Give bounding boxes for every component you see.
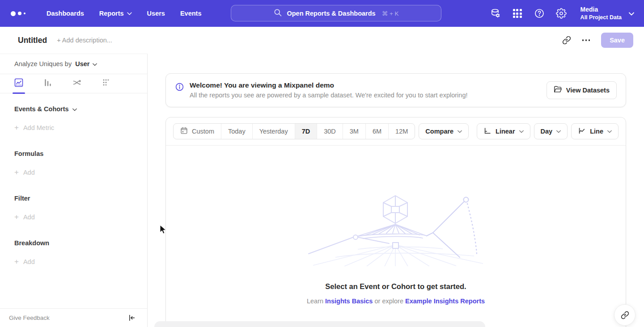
nav-events[interactable]: Events: [180, 10, 202, 17]
share-link-fab[interactable]: [614, 304, 636, 326]
range-custom[interactable]: Custom: [174, 124, 221, 139]
next-section-peek: [154, 321, 485, 327]
sidebar-footer: Give Feedback: [0, 308, 147, 327]
range-yesterday[interactable]: Yesterday: [252, 124, 295, 139]
save-button[interactable]: Save: [601, 33, 633, 48]
analyze-label: Analyze Uniques by: [14, 60, 72, 67]
tab-insights[interactable]: [14, 74, 23, 93]
topnav-right: Media All Project Data: [490, 0, 634, 27]
empty-state-subtitle: Learn Insights Basics or explore Example…: [307, 298, 485, 305]
range-12m[interactable]: 12M: [388, 124, 415, 139]
breakdown-header: Breakdown: [14, 239, 133, 247]
analyze-row: Analyze Uniques by User: [0, 54, 147, 74]
scale-dropdown[interactable]: Linear: [477, 123, 530, 139]
linear-axis-icon: [483, 127, 491, 136]
data-catalog-icon[interactable]: [490, 8, 501, 19]
search-placeholder: Open Reports & Dashboards: [287, 10, 375, 17]
chart-type-dropdown[interactable]: Line: [571, 123, 619, 139]
range-30d[interactable]: 30D: [317, 124, 343, 139]
compare-dropdown[interactable]: Compare: [419, 123, 469, 139]
add-metric-button[interactable]: + Add Metric: [14, 124, 133, 131]
search-shortcut: ⌘ + K: [382, 10, 399, 17]
project-name: Media: [580, 5, 622, 14]
search-icon: [273, 8, 282, 19]
primary-nav: Dashboards Reports Users Events: [47, 10, 201, 17]
empty-state-illustration: [295, 190, 496, 266]
example-insights-reports-link[interactable]: Example Insights Reports: [405, 298, 485, 305]
tab-retention[interactable]: [102, 74, 110, 93]
collapse-sidebar-icon[interactable]: [128, 314, 136, 322]
copy-link-icon[interactable]: [562, 36, 571, 45]
apps-grid-icon[interactable]: [512, 8, 523, 19]
project-selector[interactable]: Media All Project Data: [580, 5, 634, 21]
settings-gear-icon[interactable]: [556, 8, 567, 19]
insights-basics-link[interactable]: Insights Basics: [325, 298, 373, 305]
banner-subtitle: All the reports you see are powered by a…: [190, 92, 468, 99]
report-title[interactable]: Untitled: [18, 36, 47, 45]
nav-reports[interactable]: Reports: [99, 10, 132, 17]
insights-line-chart-icon: [14, 78, 23, 89]
add-filter-button[interactable]: + Add: [14, 213, 133, 221]
query-sections: Events & Cohorts + Add Metric Formulas +…: [0, 105, 147, 265]
date-range-control: Custom Today Yesterday 7D 30D 3M 6M 12M: [173, 123, 415, 139]
range-3m[interactable]: 3M: [343, 124, 365, 139]
main-content: Welcome! You are viewing a Mixpanel demo…: [148, 54, 644, 327]
plus-icon: +: [14, 258, 19, 265]
funnels-bars-icon: [43, 78, 52, 89]
info-icon: [175, 82, 184, 93]
nav-users[interactable]: Users: [147, 10, 165, 17]
banner-texts: Welcome! You are viewing a Mixpanel demo…: [190, 81, 468, 99]
report-header: Untitled + Add description... Save: [0, 27, 644, 54]
global-search[interactable]: Open Reports & Dashboards ⌘ + K: [231, 5, 441, 21]
view-datasets-button[interactable]: View Datasets: [547, 81, 617, 99]
banner-title: Welcome! You are viewing a Mixpanel demo: [190, 81, 468, 89]
chevron-down-icon: [607, 130, 612, 133]
query-sidebar: Analyze Uniques by User: [0, 54, 148, 327]
chevron-down-icon: [127, 12, 132, 15]
welcome-banner: Welcome! You are viewing a Mixpanel demo…: [165, 73, 626, 107]
chevron-down-icon: [458, 130, 462, 133]
range-6m[interactable]: 6M: [365, 124, 388, 139]
events-cohorts-header[interactable]: Events & Cohorts: [14, 105, 133, 113]
give-feedback-link[interactable]: Give Feedback: [9, 314, 50, 321]
more-options-icon[interactable]: [582, 39, 590, 41]
calendar-icon: [180, 127, 188, 136]
add-description-field[interactable]: + Add description...: [57, 37, 112, 44]
range-today[interactable]: Today: [221, 124, 252, 139]
mixpanel-logo-icon[interactable]: [11, 11, 27, 16]
interval-dropdown[interactable]: Day: [534, 123, 568, 139]
header-actions: Save: [562, 33, 633, 48]
plus-icon: +: [14, 124, 19, 131]
filter-header: Filter: [14, 195, 133, 202]
nav-dashboards[interactable]: Dashboards: [47, 10, 84, 17]
chevron-down-icon: [93, 60, 97, 67]
report-type-tabs: [0, 74, 147, 93]
line-chart-icon: [578, 127, 586, 136]
chevron-down-icon: [72, 105, 77, 113]
chart-controls: Custom Today Yesterday 7D 30D 3M 6M 12M …: [166, 117, 626, 146]
retention-dots-icon: [102, 78, 110, 89]
project-scope: All Project Data: [580, 14, 622, 21]
mixpanel-insights-page: Dashboards Reports Users Events Open Rep…: [0, 0, 644, 327]
plus-icon: +: [14, 213, 19, 221]
tab-funnels[interactable]: [43, 74, 52, 93]
add-breakdown-button[interactable]: + Add: [14, 258, 133, 265]
report-card: Custom Today Yesterday 7D 30D 3M 6M 12M …: [165, 117, 626, 327]
formulas-header: Formulas: [14, 150, 133, 157]
tab-flows[interactable]: [72, 74, 81, 93]
top-nav: Dashboards Reports Users Events Open Rep…: [0, 0, 644, 27]
chevron-down-icon: [629, 9, 634, 17]
chevron-down-icon: [556, 130, 561, 133]
empty-state: Select an Event or Cohort to get started…: [166, 146, 626, 305]
flows-sankey-icon: [72, 78, 81, 89]
analyze-by-dropdown[interactable]: User: [75, 60, 97, 67]
plus-icon: +: [14, 168, 19, 176]
folder-icon: [554, 86, 562, 95]
empty-state-title: Select an Event or Cohort to get started…: [325, 282, 466, 291]
add-formula-button[interactable]: + Add: [14, 168, 133, 176]
help-icon[interactable]: [534, 8, 545, 19]
range-7d[interactable]: 7D: [295, 124, 317, 139]
chevron-down-icon: [519, 130, 524, 133]
